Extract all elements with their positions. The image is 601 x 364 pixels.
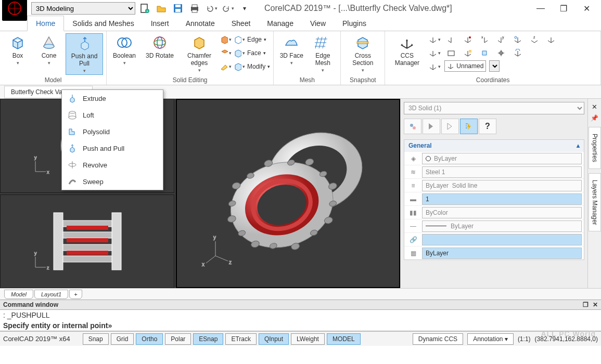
- add-layout-tab[interactable]: +: [69, 290, 82, 299]
- tab-insert[interactable]: Insert: [143, 16, 177, 31]
- status-qinput[interactable]: QInput: [259, 333, 289, 345]
- face2-icon[interactable]: [234, 47, 245, 59]
- props-tool-help[interactable]: ?: [479, 119, 496, 134]
- status-esnap[interactable]: ESnap: [193, 333, 223, 345]
- open-file-icon[interactable]: [154, 1, 169, 16]
- sidetab-properties[interactable]: Properties: [589, 127, 601, 169]
- modify2-icon[interactable]: [234, 61, 245, 72]
- boolean-button[interactable]: Boolean▾: [110, 33, 139, 67]
- prop-linetype[interactable]: ByLayer Solid line: [422, 180, 582, 191]
- edge-mesh-button[interactable]: Edge Mesh▾: [308, 33, 337, 74]
- ribbon-group-solid-editing-label: Solid Editing: [110, 75, 270, 85]
- push-pull-button[interactable]: Push and Pull▾: [66, 33, 103, 75]
- maximize-button[interactable]: ❐: [553, 1, 574, 16]
- props-section-header[interactable]: General▴: [404, 140, 584, 151]
- tab-plugins[interactable]: Plugins: [334, 16, 375, 31]
- tab-solids-meshes[interactable]: Solids and Meshes: [64, 16, 142, 31]
- status-polar[interactable]: Polar: [165, 333, 191, 345]
- ccs-world-icon[interactable]: [444, 33, 458, 46]
- dropdown-push-pull[interactable]: Push and Pull: [62, 140, 163, 157]
- ccs-manager-button[interactable]: CCS Manager: [388, 33, 426, 68]
- status-ortho[interactable]: Ortho: [136, 333, 163, 345]
- ccs-x-icon[interactable]: x: [478, 33, 491, 46]
- ccs-icon-3[interactable]: [428, 60, 441, 73]
- cone-button[interactable]: Cone▾: [34, 33, 63, 67]
- cross-section-button[interactable]: Cross Section▾: [344, 33, 381, 74]
- viewport[interactable]: xy: [0, 99, 400, 288]
- 3d-rotate-button[interactable]: 3D Rotate: [141, 33, 178, 60]
- svg-rect-18: [357, 42, 368, 44]
- viewport-main[interactable]: z y x: [176, 99, 400, 288]
- box-button[interactable]: Box▾: [3, 33, 32, 67]
- ccs-3p-icon[interactable]: [544, 33, 558, 46]
- viewport-bottom-left[interactable]: zy: [0, 194, 174, 289]
- ccs-icon-1[interactable]: [428, 33, 441, 46]
- workspace-select[interactable]: 3D Modeling: [31, 2, 135, 15]
- dropdown-extrude[interactable]: Extrude: [62, 90, 163, 107]
- props-tool-2[interactable]: [423, 119, 440, 134]
- sidetab-layers[interactable]: Layers Manager: [589, 173, 601, 232]
- undo-icon[interactable]: [204, 1, 219, 16]
- dropdown-polysolid[interactable]: Polysolid: [62, 123, 163, 140]
- props-tool-3[interactable]: [441, 119, 459, 134]
- edge-small-icon[interactable]: [220, 34, 232, 45]
- ccs-origin-icon[interactable]: [494, 47, 508, 59]
- dropdown-revolve[interactable]: Revolve: [62, 157, 163, 173]
- qat-customize-icon[interactable]: ▾: [237, 1, 252, 16]
- layout1-tab[interactable]: Layout1: [34, 290, 68, 299]
- dropdown-sweep[interactable]: Sweep: [62, 173, 163, 190]
- ccs-y-icon[interactable]: y: [494, 33, 508, 46]
- edge2-icon[interactable]: [234, 34, 245, 45]
- status-etrack[interactable]: ETrack: [225, 333, 257, 345]
- command-prompt[interactable]: Specify entity or internal point»: [0, 320, 601, 331]
- cmd-close-icon[interactable]: ✕: [593, 301, 598, 308]
- ccs-face-icon[interactable]: [478, 47, 491, 59]
- status-dynccs[interactable]: Dynamic CCS: [413, 333, 463, 345]
- props-tool-1[interactable]: [404, 119, 421, 134]
- model-tab[interactable]: Model: [4, 290, 33, 299]
- 3d-face-button[interactable]: 3D Face▾: [277, 33, 306, 67]
- redo-icon[interactable]: [221, 1, 235, 16]
- print-icon[interactable]: [187, 1, 202, 16]
- ccs-prev-icon[interactable]: [461, 33, 475, 46]
- props-tool-quick[interactable]: [460, 119, 478, 134]
- status-model[interactable]: MODEL: [327, 333, 361, 345]
- status-grid[interactable]: Grid: [111, 333, 134, 345]
- prop-lineweight[interactable]: 1: [422, 193, 582, 205]
- ccs-unnamed-select[interactable]: [489, 60, 500, 72]
- status-lweight[interactable]: LWeight: [291, 333, 325, 345]
- sidetab-pin-icon[interactable]: 📌: [590, 113, 599, 123]
- prop-linestyle[interactable]: ByLayer: [422, 220, 582, 232]
- face-small-icon[interactable]: [220, 47, 232, 59]
- hyperlink-icon: 🔗: [404, 236, 422, 243]
- chamfer-edges-button[interactable]: Chamfer edges▾: [181, 33, 218, 74]
- cmd-restore-icon[interactable]: ❐: [583, 301, 589, 308]
- prop-plotstyle[interactable]: ByColor: [422, 207, 582, 218]
- close-button[interactable]: ✕: [576, 1, 597, 16]
- save-icon[interactable]: [171, 1, 185, 16]
- tab-home[interactable]: Home: [27, 16, 64, 31]
- new-file-icon[interactable]: +: [137, 1, 152, 16]
- ccs-z-icon[interactable]: z: [528, 33, 541, 46]
- tab-sheet[interactable]: Sheet: [223, 16, 259, 31]
- tab-annotate[interactable]: Annotate: [177, 16, 223, 31]
- modify-small-icon[interactable]: [220, 61, 232, 72]
- status-annotation[interactable]: Annotation ▾: [467, 333, 514, 345]
- ccs-icon-2[interactable]: [428, 47, 441, 59]
- sidetab-close-icon[interactable]: ✕: [590, 102, 599, 111]
- dropdown-loft[interactable]: Loft: [62, 107, 163, 123]
- ccs-obj-icon[interactable]: [461, 47, 475, 59]
- selection-type-select[interactable]: 3D Solid (1): [404, 102, 584, 114]
- minimize-button[interactable]: —: [530, 1, 551, 16]
- ccs-rot-icon[interactable]: [511, 47, 525, 59]
- tab-manage[interactable]: Manage: [259, 16, 302, 31]
- ccs-view-icon[interactable]: [444, 47, 458, 59]
- prop-color[interactable]: ByLayer: [422, 153, 582, 164]
- tab-view[interactable]: View: [302, 16, 334, 31]
- prop-layer[interactable]: Steel 1: [422, 166, 582, 178]
- prop-hyperlink[interactable]: [422, 234, 582, 245]
- status-snap[interactable]: Snap: [83, 333, 109, 345]
- ccs-up-icon[interactable]: [511, 33, 525, 46]
- modify-label: Modify: [247, 63, 265, 70]
- prop-transparency[interactable]: ByLayer: [422, 248, 582, 259]
